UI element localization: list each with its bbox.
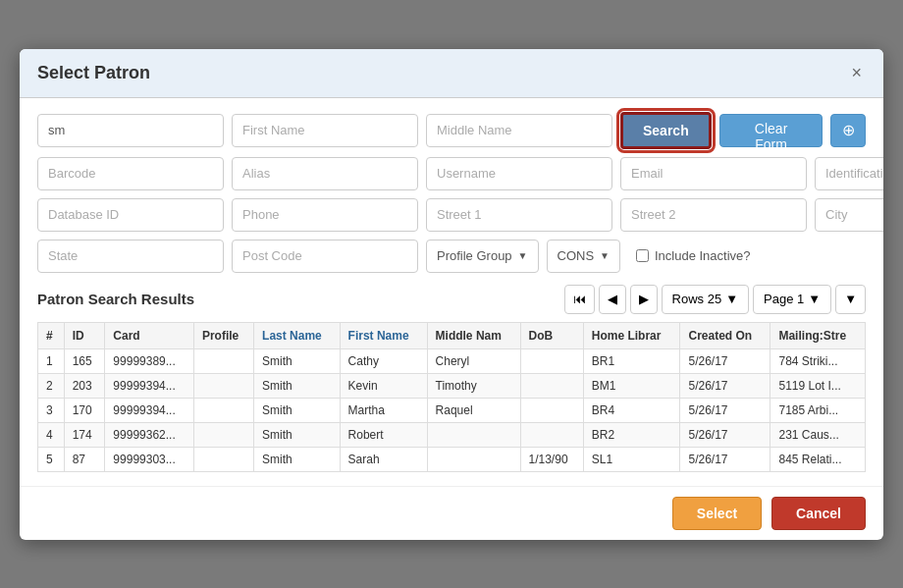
close-button[interactable]: × [847,63,866,83]
search-form: Search Clear Form ⊕ [37,112,866,273]
table-row[interactable]: 116599999389...SmithCathyCherylBR15/26/1… [38,348,866,373]
table-cell [427,422,520,447]
include-inactive-group: Include Inactive? [636,248,751,263]
table-cell [520,422,583,447]
profile-group-dropdown[interactable]: Profile Group ▼ [426,240,539,273]
more-options-button[interactable]: ▼ [835,285,866,314]
table-cell: Timothy [427,373,520,398]
table-cell: 784 Striki... [770,348,866,373]
search-button[interactable]: Search [620,112,712,149]
table-cell: 5/26/17 [680,398,770,422]
first-name-input[interactable] [232,114,418,147]
table-cell: 5/26/17 [680,348,770,373]
include-inactive-checkbox[interactable] [636,249,649,262]
table-cell: 170 [64,398,105,422]
table-cell: 231 Caus... [770,422,866,447]
cancel-button[interactable]: Cancel [771,497,866,530]
table-cell: Smith [254,398,340,422]
table-header: # ID Card Profile Last Name First Name M… [38,322,866,348]
rows-per-page-dropdown[interactable]: Rows 25 ▼ [662,285,749,314]
select-patron-modal: Select Patron × Search Clear Form ⊕ [20,49,883,540]
form-row-2 [37,157,866,190]
modal-overlay: Select Patron × Search Clear Form ⊕ [0,0,903,588]
page-arrow-icon: ▼ [808,292,821,306]
cons-dropdown[interactable]: CONS ▼ [547,240,620,273]
form-row-3 [37,198,866,232]
last-name-input[interactable] [37,114,224,147]
street1-input[interactable] [426,198,612,232]
table-cell: 1/13/90 [520,447,583,471]
rows-arrow-icon: ▼ [725,292,738,306]
table-cell: Cheryl [427,348,520,373]
table-cell: 845 Relati... [770,447,866,471]
middle-name-input[interactable] [426,114,612,147]
table-cell: BR1 [583,348,680,373]
results-header: Patron Search Results ⏮ ◀ ▶ Rows 25 ▼ Pa… [37,285,866,314]
col-mailing: Mailing:Stre [770,322,866,348]
pagination-controls: ⏮ ◀ ▶ Rows 25 ▼ Page 1 ▼ ▼ [564,285,866,314]
phone-input[interactable] [232,198,418,232]
table-cell: 2 [38,373,65,398]
table-cell: BR4 [583,398,680,422]
col-first-name[interactable]: First Name [340,322,427,348]
page-number-dropdown[interactable]: Page 1 ▼ [753,285,831,314]
database-id-input[interactable] [37,198,224,232]
table-cell: Smith [254,422,340,447]
table-cell: Martha [340,398,427,422]
col-middle-name: Middle Nam [427,322,520,348]
table-cell [520,348,583,373]
plus-icon: ⊕ [842,121,855,139]
table-cell: BM1 [583,373,680,398]
table-row[interactable]: 417499999362...SmithRobertBR25/26/17231 … [38,422,866,447]
table-cell: 99999303... [105,447,194,471]
post-code-input[interactable] [232,240,418,273]
col-last-name[interactable]: Last Name [254,322,340,348]
street2-input[interactable] [620,198,807,232]
table-row[interactable]: 317099999394...SmithMarthaRaquelBR45/26/… [38,398,866,422]
table-cell: Sarah [340,447,427,471]
table-cell [193,373,253,398]
table-row[interactable]: 220399999394...SmithKevinTimothyBM15/26/… [38,373,866,398]
first-page-button[interactable]: ⏮ [564,285,595,314]
clear-form-button[interactable]: Clear Form [719,114,823,147]
next-page-button[interactable]: ▶ [630,285,658,314]
table-cell: Robert [340,422,427,447]
table-cell [193,447,253,471]
table-cell: 5119 Lot I... [770,373,866,398]
table-cell: 4 [38,422,65,447]
profile-group-label: Profile Group [437,248,512,263]
results-table: # ID Card Profile Last Name First Name M… [37,322,866,472]
table-cell: 5 [38,447,65,471]
form-row-4: Profile Group ▼ CONS ▼ Include Inactive? [37,240,866,273]
table-cell: 165 [64,348,105,373]
table-cell: 87 [64,447,105,471]
table-cell: 5/26/17 [680,373,770,398]
prev-page-button[interactable]: ◀ [599,285,626,314]
table-row[interactable]: 58799999303...SmithSarah1/13/90SL15/26/1… [38,447,866,471]
table-cell: Smith [254,348,340,373]
col-num: # [38,322,65,348]
col-id: ID [64,322,105,348]
table-cell: 7185 Arbi... [770,398,866,422]
identification-input[interactable] [815,157,883,190]
select-button[interactable]: Select [672,497,762,530]
barcode-input[interactable] [37,157,224,190]
email-input[interactable] [620,157,807,190]
results-title: Patron Search Results [37,291,194,307]
table-cell [427,447,520,471]
results-section: Patron Search Results ⏮ ◀ ▶ Rows 25 ▼ Pa… [37,285,866,472]
table-cell: 99999362... [105,422,194,447]
col-created: Created On [680,322,770,348]
state-input[interactable] [37,240,224,273]
form-row-1: Search Clear Form ⊕ [37,112,866,149]
city-input[interactable] [815,198,883,232]
alias-input[interactable] [232,157,418,190]
modal-title: Select Patron [37,63,150,83]
table-cell: 5/26/17 [680,447,770,471]
cons-label: CONS [558,248,595,263]
table-cell: SL1 [583,447,680,471]
add-patron-button[interactable]: ⊕ [830,114,866,147]
username-input[interactable] [426,157,612,190]
table-cell: 1 [38,348,65,373]
table-cell: 99999394... [105,398,194,422]
